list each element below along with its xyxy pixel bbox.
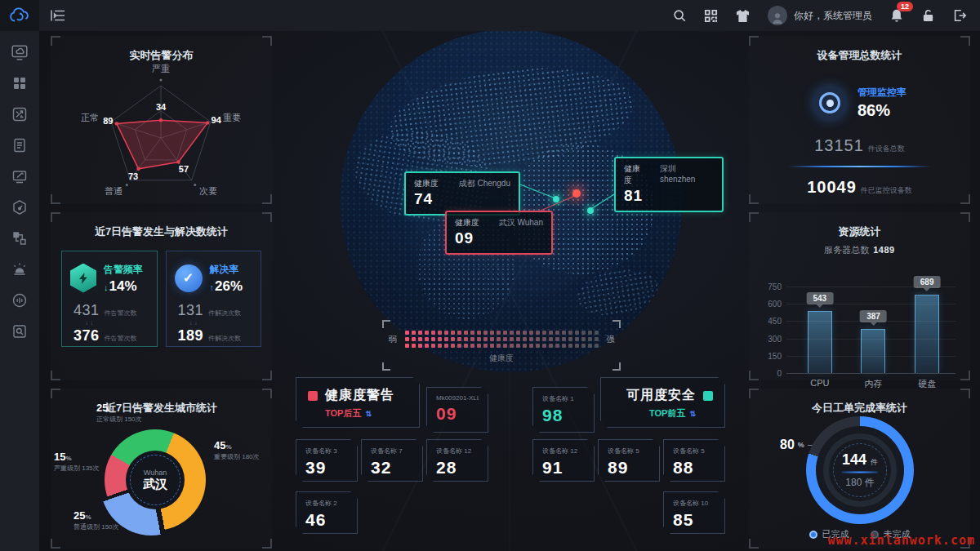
watermark-text: www.xinlanwork.com <box>827 533 975 548</box>
svg-text:次要: 次要 <box>199 186 217 196</box>
device-card[interactable]: 设备名称 5 89 <box>598 439 660 482</box>
device-card[interactable]: 设备名称 2 46 <box>296 491 358 534</box>
menu-fold-icon[interactable] <box>51 9 65 22</box>
device-label: 设备名称 7 <box>371 447 413 455</box>
topbar: 你好，系统管理员 12 <box>0 0 980 31</box>
device-value: 88 <box>673 458 715 478</box>
device-card[interactable]: 设备名称 1 98 <box>532 387 595 433</box>
notifications-bell-icon[interactable]: 12 <box>889 8 904 24</box>
map-point-chengdu[interactable] <box>553 196 559 202</box>
device-value: 39 <box>305 458 348 478</box>
marker-metric-label: 健康度 <box>455 217 479 229</box>
svg-text:重要: 重要 <box>223 113 241 122</box>
device-card[interactable]: Mk009201-XLL... 09 <box>426 387 488 433</box>
map-point-wuhan[interactable] <box>572 189 581 198</box>
panel-title: 实时告警分布 <box>51 36 272 63</box>
marker-value: 74 <box>414 190 510 208</box>
group-title: 可用度安全 <box>626 387 696 404</box>
search-icon[interactable] <box>672 8 687 23</box>
legend-strong-label: 强 <box>607 334 615 345</box>
resolve-rate-label: 解决率 <box>210 264 239 275</box>
city-donut-chart: Wuhan 武汉 <box>105 429 206 531</box>
map-marker-shenzhen[interactable]: 健康度 深圳 shenzhen 81 <box>614 157 724 212</box>
device-label: 设备名称 1 <box>542 394 585 403</box>
svg-text:严重: 严重 <box>152 64 170 73</box>
map-marker-wuhan[interactable]: 健康度 武汉 Wuhan 09 <box>445 211 553 255</box>
resource-bar-chart: 543 CPU 387 内存 689 硬盘 0150300450600750 <box>786 281 956 387</box>
marker-value: 81 <box>624 187 714 205</box>
sidebar-item-report[interactable] <box>9 135 30 156</box>
sidebar-item-gauge[interactable] <box>9 197 30 218</box>
availability-safe-header[interactable]: 可用度安全 TOP前五⇅ <box>600 377 725 428</box>
marker-city: 深圳 shenzhen <box>660 163 714 186</box>
sidebar-item-shuffle[interactable] <box>9 104 30 125</box>
dashboard-app: 你好，系统管理员 12 <box>0 0 980 551</box>
resolve-count-caption: 件解决次数 <box>208 334 241 343</box>
check-circle-icon: ✓ <box>175 264 203 292</box>
lock-icon[interactable] <box>921 8 935 23</box>
panel-title: 近7日告警发生城市统计 <box>51 389 272 415</box>
device-card[interactable]: 设备名称 12 28 <box>426 439 488 482</box>
device-monitored-value: 10049 <box>807 178 857 196</box>
user-menu[interactable]: 你好，系统管理员 <box>768 6 872 25</box>
device-value: 32 <box>371 458 413 478</box>
qr-code-icon[interactable] <box>704 9 718 23</box>
resolve-rate-delta: 26 <box>215 278 230 294</box>
device-label: Mk009201-XLL... <box>436 394 479 402</box>
device-label: 设备名称 5 <box>673 447 715 455</box>
sidebar-item-alarm-light[interactable] <box>9 259 30 280</box>
device-value: 91 <box>542 458 585 478</box>
marker-value: 09 <box>455 229 543 247</box>
trend-up-arrow: ↑ <box>210 282 215 292</box>
sidebar-item-dashboard-grid[interactable] <box>9 73 30 94</box>
bar-category: CPU <box>810 378 829 388</box>
topbar-actions: 你好，系统管理员 12 <box>672 6 980 25</box>
sidebar-item-log-search[interactable] <box>9 321 30 342</box>
slice-label-common: 25% 普通级别 150次 <box>74 509 119 531</box>
monitor-rate-icon <box>813 86 847 120</box>
panel-workorder-completion: 今日工单完成率统计 80% 144 件 180 件 已完成 未完成 <box>749 389 970 549</box>
device-card[interactable]: 设备名称 3 39 <box>296 439 358 482</box>
resolve-rate-card[interactable]: ✓ 解决率 ↑26% 131件解决次数 ↓ ↓ 189件解决次数 <box>166 251 262 347</box>
group-title: 健康度警告 <box>325 387 394 404</box>
avatar <box>768 6 787 25</box>
device-label: 设备名称 2 <box>305 499 348 508</box>
device-total-caption: 件设备总数 <box>868 144 905 153</box>
svg-text:正常: 正常 <box>81 113 99 122</box>
alarm-frequency-delta: 14 <box>109 278 125 294</box>
map-marker-chengdu[interactable]: 健康度 成都 Chengdu 74 <box>404 171 520 216</box>
resolve-count-caption: 件解决次数 <box>208 309 241 318</box>
sidebar-item-screen-edit[interactable] <box>9 166 30 187</box>
dashed-ring <box>130 455 180 505</box>
sidebar-item-cloud-monitor[interactable] <box>9 42 30 63</box>
red-square-icon <box>308 391 318 401</box>
logout-icon[interactable] <box>952 8 967 23</box>
sidebar-item-topology[interactable] <box>9 228 30 249</box>
panel-realtime-alarm-distribution: 实时告警分布 严重重要次要普通正常3494577389 <box>51 36 272 204</box>
device-label: 设备名称 3 <box>305 447 348 455</box>
sidebar-item-voice-monitor[interactable] <box>9 290 30 311</box>
marker-metric-label: 健康度 <box>624 163 648 186</box>
panel-city-alarm-stats: 近7日告警发生城市统计 Wuhan 武汉 25% 正常级别 150次 45% 重… <box>51 389 272 549</box>
lightning-hexagon-icon <box>70 264 96 293</box>
panel-title: 资源统计 <box>749 212 970 239</box>
theme-shirt-icon[interactable] <box>735 9 751 23</box>
alarm-count-caption: 件告警次数 <box>105 309 137 318</box>
map-point-shenzhen[interactable] <box>587 207 594 214</box>
marker-city: 成都 Chengdu <box>459 178 510 189</box>
device-value: 98 <box>542 406 585 425</box>
app-logo[interactable] <box>0 0 39 31</box>
device-card[interactable]: 设备名称 10 85 <box>663 491 725 534</box>
device-value: 85 <box>673 510 715 530</box>
device-card[interactable]: 设备名称 5 88 <box>663 439 725 482</box>
device-card[interactable]: 设备名称 12 91 <box>532 439 595 482</box>
bar-value-tooltip: 543 <box>806 292 833 304</box>
sort-icon[interactable]: ⇅ <box>689 410 696 418</box>
sort-icon[interactable]: ⇅ <box>365 410 372 418</box>
device-card[interactable]: 设备名称 7 32 <box>361 439 423 482</box>
svg-text:34: 34 <box>156 102 167 112</box>
legend-title: 健康度 <box>382 353 621 364</box>
marker-metric-label: 健康度 <box>414 178 439 189</box>
alarm-frequency-card[interactable]: 告警频率 ↓14% 431件告警次数 ↓ ↓ 376件告警次数 <box>61 251 158 347</box>
health-warning-header[interactable]: 健康度警告 TOP后五⇅ <box>296 377 420 428</box>
